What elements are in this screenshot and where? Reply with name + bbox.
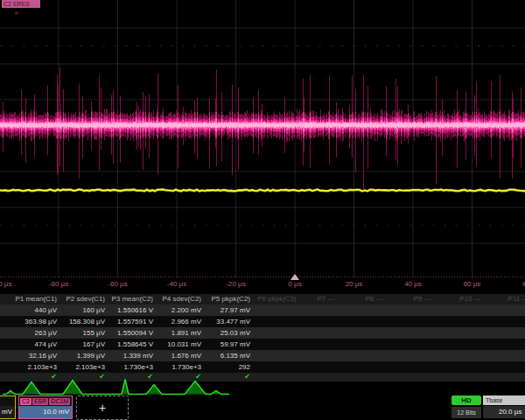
measure-table-row: 474 µV167 µV1.558645 V10.031 mV59.97 mV [0, 339, 525, 350]
measure-value: 292 [203, 361, 252, 373]
measure-value: 1.399 µV [59, 350, 107, 361]
measure-value: 1.550094 V [107, 327, 155, 339]
measure-value: 155 µV [59, 327, 107, 339]
measure-value: 440 µV [0, 304, 59, 316]
measure-value: 1.550616 V [107, 304, 155, 316]
measure-param-header-inactive[interactable]: P7 --- [302, 294, 350, 304]
channel-descriptor-c2[interactable]: C2 ESR DC1M 10.0 mV [18, 396, 73, 419]
measure-table-row: 363.98 µV158.308 µV1.557591 V2.966 mV33.… [0, 316, 525, 327]
measure-table-row: 440 µV160 µV1.550616 V2.200 mV27.97 mV [0, 304, 525, 316]
measure-value: 2.966 mV [155, 316, 203, 327]
timebase-title: Tbase [483, 396, 525, 405]
axis-tick-label: -100 µs [0, 280, 11, 288]
measure-table: P1 mean(C1)P2 sdev(C1)P3 mean(C2)P4 sdev… [0, 294, 525, 382]
measure-value: 2.103e+3 [0, 361, 59, 373]
measure-param-header-inactive[interactable]: P6 pkpk(C3) [252, 294, 302, 304]
measure-value: 33.477 mV [203, 316, 252, 327]
measure-value: 1.891 mV [155, 327, 203, 339]
measure-value: 167 µV [59, 339, 107, 350]
measure-table-header: P1 mean(C1)P2 sdev(C1)P3 mean(C2)P4 sdev… [0, 294, 525, 304]
measure-param-header-inactive[interactable]: P11 --- [494, 294, 525, 304]
axis-tick-label: 20 µs [346, 280, 363, 288]
measure-param-header[interactable]: P2 sdev(C1) [59, 294, 107, 304]
measure-value: 263 µV [0, 327, 59, 339]
measure-value: 27.97 mV [203, 304, 252, 316]
measure-value: 59.97 mV [203, 339, 252, 350]
axis-tick-label: -20 µs [226, 280, 245, 288]
measure-value: 158.308 µV [59, 316, 107, 327]
measure-table-row: 32.16 µV1.399 µV1.339 mV1.676 mV6.135 mV [0, 350, 525, 361]
measure-value: 1.339 mV [107, 350, 155, 361]
trigger-time-marker[interactable] [290, 274, 299, 280]
c1-scale-value: 10.0 mV [0, 406, 15, 418]
axis-tick-label: -80 µs [49, 280, 68, 288]
measure-table-row: 263 µV155 µV1.550094 V1.891 mV25.03 mV [0, 327, 525, 339]
oscilloscope-screen: C2 ERES -100 µs-80 µs-60 µs-40 µs-20 µs0… [0, 0, 525, 420]
measure-value: 160 µV [59, 304, 107, 316]
measure-param-header-inactive[interactable]: P10 --- [446, 294, 494, 304]
add-trace-button[interactable]: + [76, 396, 129, 420]
measure-value: 474 µV [0, 339, 59, 350]
channel-descriptor-c1[interactable]: C1 DC1M 10.0 mV [0, 396, 16, 419]
measure-param-header[interactable]: P1 mean(C1) [0, 294, 59, 304]
measure-value: 2.200 mV [155, 304, 203, 316]
time-axis: -100 µs-80 µs-60 µs-40 µs-20 µs0 µs20 µs… [0, 278, 525, 293]
measure-param-header-inactive[interactable]: P9 --- [398, 294, 446, 304]
timebase-scale-value: 20.0 µs [483, 406, 525, 418]
timebase-descriptor[interactable]: Tbase 20.0 µs [483, 396, 525, 418]
measure-value: 25.03 mV [203, 327, 252, 339]
measure-value: 1.730e+3 [107, 361, 155, 373]
trace-overlay-badge: C2 ERES [2, 0, 40, 8]
measure-value: 1.676 mV [155, 350, 203, 361]
measure-value: 363.98 µV [0, 316, 59, 327]
axis-tick-label: 40 µs [404, 280, 422, 288]
measure-value: 32.16 µV [0, 350, 59, 361]
c2-coupling-badge: DC1M [49, 398, 70, 405]
hd-badge: HD [452, 396, 481, 405]
c2-label-badge: C2 [20, 398, 32, 405]
measure-param-header[interactable]: P5 pkpk(C2) [203, 294, 252, 304]
measure-value: 2.103e+3 [59, 361, 107, 373]
axis-tick-label: 60 µs [464, 280, 481, 288]
c2-scale-value: 10.0 mV [19, 406, 72, 418]
measure-param-header[interactable]: P3 mean(C2) [107, 294, 155, 304]
axis-tick-label: -40 µs [167, 280, 186, 288]
marker-dot [15, 11, 18, 15]
graticule [0, 0, 525, 278]
bits-label: 12 Bits [452, 407, 481, 418]
c2-esr-badge: ESR [32, 398, 48, 405]
measure-value: 10.031 mV [155, 339, 203, 350]
measure-param-header[interactable]: P4 sdev(C2) [155, 294, 203, 304]
acquisition-mode[interactable]: HD 12 Bits [452, 396, 481, 418]
axis-tick-label: -60 µs [108, 280, 127, 288]
measure-param-header-inactive[interactable]: P8 --- [350, 294, 398, 304]
measure-value: 1.730e+3 [155, 361, 203, 373]
measure-value: 6.135 mV [203, 350, 252, 361]
axis-tick-label: 0 µs [288, 280, 301, 288]
measure-table-row: 2.103e+32.103e+31.730e+31.730e+3292 [0, 361, 525, 373]
measure-value: 1.557591 V [107, 316, 155, 327]
measure-value: 1.558645 V [107, 339, 155, 350]
plus-icon: + [99, 401, 106, 415]
